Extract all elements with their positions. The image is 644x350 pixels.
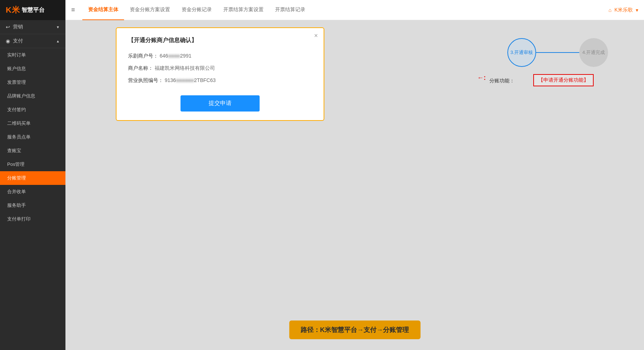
home-icon: ⌂ — [608, 7, 611, 13]
user-dropdown-arrow: ▾ — [636, 7, 638, 13]
merchant-id-masked: ●●●● — [168, 53, 180, 59]
sidebar-item-pos-mgmt[interactable]: Pos管理 — [0, 158, 65, 171]
tab-capital-main[interactable]: 资金结算主体 — [82, 0, 124, 20]
sidebar-item-print-bill[interactable]: 支付单打印 — [0, 212, 65, 226]
modal-overlay: × 【开通分账商户信息确认】 乐剧商户号： 646●●●●2991 商户名称： … — [65, 20, 644, 350]
modal-title: 【开通分账商户信息确认】 — [128, 37, 312, 44]
modal-field-merchant-id: 乐剧商户号： 646●●●●2991 — [128, 53, 312, 59]
sidebar-item-check-treasure[interactable]: 查账宝 — [0, 144, 65, 158]
sidebar-section-payment[interactable]: ◉ 支付 ▲ — [0, 34, 65, 48]
sidebar-item-staff-order[interactable]: 服务员点单 — [0, 130, 65, 144]
sidebar-item-split-mgmt[interactable]: 分账管理 — [0, 171, 65, 185]
merchant-id-label: 乐剧商户号： — [128, 53, 158, 59]
license-no-label: 营业执照编号： — [128, 77, 163, 83]
main-content: ≡ 资金结算主体 资金分账方案设置 资金分账记录 开票结算方案设置 开票结算记录… — [65, 0, 644, 350]
modal-field-merchant-name: 商户名称： 福建凯米网络科技有限公司 — [128, 65, 312, 72]
sidebar-item-invoice-mgmt[interactable]: 发票管理 — [0, 76, 65, 89]
sidebar-item-payment-sign[interactable]: 支付签约 — [0, 103, 65, 117]
payment-arrow: ▲ — [56, 39, 60, 43]
modal-field-license-no: 营业执照编号： 9136●●●●●●2TBFC63 — [128, 77, 312, 84]
tab-invoice-plan[interactable]: 开票结算方案设置 — [218, 0, 269, 20]
content-area: 3.开通审核 4.开通完成 分账功能： ←: 【申请开通分账功能】 × 【开通分… — [65, 20, 644, 350]
sidebar-section-marketing-label: 营销 — [13, 24, 23, 30]
sidebar-item-brand-account[interactable]: 品牌账户信息 — [0, 89, 65, 103]
marketing-arrow: ▼ — [56, 25, 60, 29]
menu-icon[interactable]: ≡ — [71, 6, 75, 14]
topnav-user[interactable]: ⌂ K米乐歌 ▾ — [608, 7, 638, 13]
modal-close-button[interactable]: × — [314, 32, 318, 39]
merchant-name-label: 商户名称： — [128, 65, 153, 71]
merchant-name-value: 福建凯米网络科技有限公司 — [155, 65, 215, 71]
sidebar-section-payment-label: 支付 — [13, 38, 23, 44]
topnav: ≡ 资金结算主体 资金分账方案设置 资金分账记录 开票结算方案设置 开票结算记录… — [65, 0, 644, 20]
merchant-id-value: 646●●●●2991 — [160, 53, 191, 59]
logo-text: 智慧平台 — [22, 6, 45, 14]
tab-capital-plan[interactable]: 资金分账方案设置 — [124, 0, 176, 20]
sidebar-item-merge-collect[interactable]: 合并收单 — [0, 185, 65, 199]
sidebar-item-realtime-order[interactable]: 实时订单 — [0, 48, 65, 62]
merchant-confirm-modal: × 【开通分账商户信息确认】 乐剧商户号： 646●●●●2991 商户名称： … — [116, 27, 324, 121]
sidebar-logo: K米 智慧平台 — [0, 0, 65, 20]
logo-km: K米 — [6, 5, 20, 15]
sidebar-item-account-info[interactable]: 账户信息 — [0, 62, 65, 76]
username: K米乐歌 — [615, 7, 633, 13]
payment-icon: ◉ — [6, 38, 10, 44]
sidebar: K米 智慧平台 ↩ 营销 ▼ ◉ 支付 ▲ 实时订单 账户信息 发票管理 品牌账… — [0, 0, 65, 350]
license-no-value: 9136●●●●●●2TBFC63 — [165, 77, 216, 83]
marketing-icon: ↩ — [6, 24, 10, 30]
sidebar-item-service-helper[interactable]: 服务助手 — [0, 199, 65, 212]
sidebar-item-qrcode-order[interactable]: 二维码买单 — [0, 117, 65, 130]
submit-button[interactable]: 提交申请 — [181, 95, 260, 112]
license-no-masked: ●●●●●● — [176, 77, 194, 83]
sidebar-section-marketing[interactable]: ↩ 营销 ▼ — [0, 20, 65, 34]
tab-capital-record[interactable]: 资金分账记录 — [176, 0, 218, 20]
tab-invoice-record[interactable]: 开票结算记录 — [269, 0, 311, 20]
